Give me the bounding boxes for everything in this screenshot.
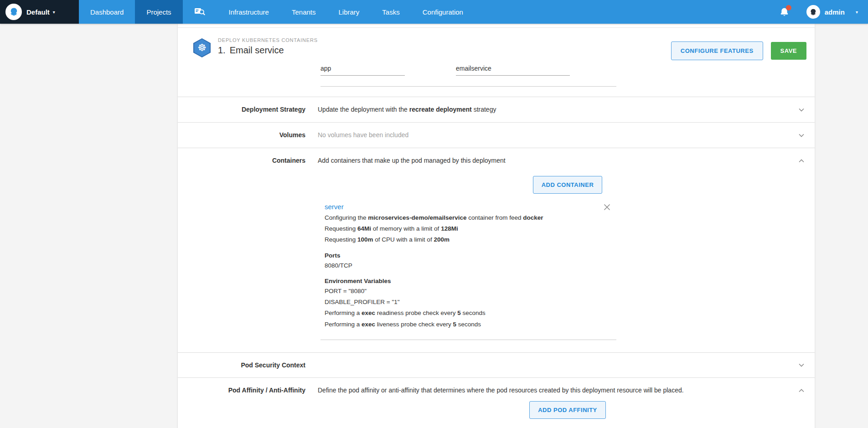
section-summary: No volumes have been included	[305, 130, 788, 140]
caret-down-icon: ▾	[53, 10, 55, 15]
search-icon	[194, 7, 206, 16]
item-divider	[320, 340, 616, 340]
container-item: server Configuring the microservices-dem…	[320, 203, 616, 340]
section-containers: Containers Add containers that make up t…	[178, 148, 815, 352]
add-container-button[interactable]: ADD CONTAINER	[533, 176, 603, 194]
nav-search-button[interactable]	[183, 0, 217, 24]
chevron-up-icon	[797, 386, 806, 395]
container-cpu-line: Requesting 100m of CPU with a limit of 2…	[325, 236, 616, 244]
add-pod-affinity-button[interactable]: ADD POD AFFINITY	[529, 401, 606, 419]
env-vars-heading: Environment Variables	[325, 278, 616, 284]
section-label: Pod Security Context	[178, 361, 305, 370]
top-nav: Default ▾ Dashboard Projects Infrastruct…	[0, 0, 868, 24]
container-memory-line: Requesting 64Mi of memory with a limit o…	[325, 225, 616, 233]
configure-features-button[interactable]: CONFIGURE FEATURES	[671, 41, 763, 60]
caret-down-icon: ▾	[856, 10, 858, 15]
octopus-logo-icon	[5, 4, 22, 20]
user-name: admin	[825, 8, 845, 16]
label-value-input[interactable]	[456, 64, 570, 76]
notifications-button[interactable]	[780, 7, 789, 17]
nav-dashboard[interactable]: Dashboard	[79, 0, 135, 24]
chevron-down-icon	[797, 131, 806, 140]
section-label: Volumes	[178, 130, 305, 139]
section-label: Pod Affinity / Anti-Affinity	[178, 386, 305, 395]
card-top-strip	[178, 24, 815, 28]
readiness-probe-line: Performing a exec readiness probe check …	[325, 309, 616, 317]
step-header: ☸ DEPLOY KUBERNETES CONTAINERS 1.Email s…	[178, 28, 815, 60]
label-key-input[interactable]	[320, 64, 405, 76]
section-help: Add containers that make up the pod mana…	[305, 156, 788, 165]
section-volumes[interactable]: Volumes No volumes have been included	[178, 123, 815, 148]
ports-value: 8080/TCP	[325, 262, 616, 270]
step-name: Email service	[230, 45, 284, 55]
ports-heading: Ports	[325, 252, 616, 259]
nav-configuration[interactable]: Configuration	[411, 0, 475, 24]
user-menu[interactable]: admin ▾	[806, 5, 858, 19]
expand-toggle[interactable]	[788, 361, 815, 370]
nav-tasks[interactable]: Tasks	[371, 0, 411, 24]
liveness-probe-line: Performing a exec liveness probe check e…	[325, 320, 616, 329]
kubernetes-icon: ☸	[193, 38, 211, 57]
expand-toggle[interactable]	[788, 105, 815, 114]
container-config-line: Configuring the microservices-demo/email…	[325, 214, 616, 222]
section-pod-security-context[interactable]: Pod Security Context	[178, 353, 815, 377]
page-title: 1.Email service	[218, 45, 318, 56]
nav-library[interactable]: Library	[327, 0, 371, 24]
section-pod-affinity: Pod Affinity / Anti-Affinity Define the …	[178, 378, 815, 419]
step-type-label: DEPLOY KUBERNETES CONTAINERS	[218, 37, 318, 43]
container-name-link[interactable]: server	[325, 203, 344, 211]
space-switcher[interactable]: Default ▾	[0, 0, 79, 24]
label-fields-row	[178, 64, 815, 87]
collapse-toggle[interactable]	[788, 156, 815, 165]
section-help: Define the pod affinity or anti-affinity…	[318, 386, 774, 395]
space-name: Default	[26, 8, 50, 16]
chevron-up-icon	[797, 156, 806, 165]
section-summary: Update the deployment with the recreate …	[305, 105, 788, 114]
save-button[interactable]: SAVE	[771, 42, 806, 60]
env-var: PORT = "8080"	[325, 287, 616, 295]
section-label: Deployment Strategy	[178, 105, 305, 114]
step-editor-card: ☸ DEPLOY KUBERNETES CONTAINERS 1.Email s…	[178, 24, 815, 428]
chevron-down-icon	[797, 105, 806, 114]
avatar	[806, 5, 820, 19]
notification-badge	[786, 5, 791, 10]
remove-container-icon[interactable]	[603, 203, 611, 211]
nav-projects[interactable]: Projects	[135, 0, 182, 24]
chevron-down-icon	[797, 361, 806, 370]
collapse-toggle[interactable]	[788, 386, 815, 395]
section-deployment-strategy[interactable]: Deployment Strategy Update the deploymen…	[178, 97, 815, 122]
section-label: Containers	[178, 156, 305, 165]
step-number: 1.	[218, 45, 226, 55]
row-divider	[320, 86, 616, 87]
expand-toggle[interactable]	[788, 131, 815, 140]
env-var: DISABLE_PROFILER = "1"	[325, 298, 616, 306]
nav-infrastructure[interactable]: Infrastructure	[217, 0, 280, 24]
nav-tenants[interactable]: Tenants	[280, 0, 327, 24]
